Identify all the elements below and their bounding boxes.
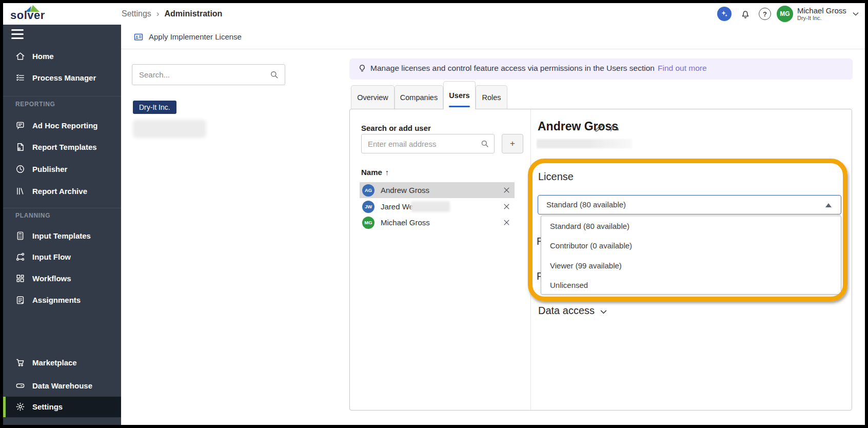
solver-logo[interactable]: solver	[10, 4, 56, 25]
remove-user-icon[interactable]	[503, 219, 510, 226]
sidebar: Home Process Manager REPORTING Ad Hoc Re…	[3, 25, 121, 425]
data-access-section-toggle[interactable]: Data access	[538, 305, 608, 317]
sidebar-item-settings[interactable]: Settings	[3, 396, 121, 418]
license-option-contributor[interactable]: Contributor (0 available)	[541, 236, 841, 256]
sidebar-item-label: Report Archive	[32, 187, 87, 196]
sidebar-divider	[3, 96, 121, 96]
id-card-icon	[133, 32, 144, 42]
sidebar-item-report-archive[interactable]: Report Archive	[3, 183, 121, 200]
sidebar-item-home[interactable]: Home	[3, 48, 121, 65]
sidebar-item-workflows[interactable]: Workflows	[3, 270, 121, 287]
tab-companies[interactable]: Companies	[394, 85, 443, 109]
sidebar-item-input-templates[interactable]: Input Templates	[3, 227, 121, 245]
tab-roles[interactable]: Roles	[476, 85, 507, 109]
sidebar-item-label: Home	[32, 52, 54, 61]
search-icon	[269, 70, 279, 80]
sidebar-item-input-flow[interactable]: Input Flow	[3, 248, 121, 266]
user-row-michael-gross[interactable]: MG Michael Gross	[360, 215, 515, 230]
email-input[interactable]	[362, 134, 494, 153]
license-option-standard[interactable]: Standard (80 available)	[541, 216, 841, 236]
collapse-caret-icon	[825, 203, 832, 207]
info-banner: Manage licenses and control feature acce…	[349, 59, 853, 80]
sidebar-item-label: Marketplace	[32, 358, 77, 367]
menu-toggle-button[interactable]	[11, 29, 25, 40]
document-gear-icon	[15, 142, 25, 152]
sidebar-item-label: Settings	[32, 402, 63, 411]
selected-user-heading: Andrew Gross	[538, 120, 618, 133]
company-search-input[interactable]	[132, 65, 285, 85]
search-add-user-label: Search or add user	[361, 124, 431, 132]
sidebar-item-report-templates[interactable]: Report Templates	[3, 139, 121, 156]
sidebar-item-label: Publisher	[32, 165, 67, 173]
name-column-header[interactable]: Name↑	[361, 168, 389, 177]
tab-label: Companies	[400, 93, 438, 102]
avatar: MG	[362, 217, 374, 229]
bell-icon	[740, 8, 751, 20]
redacted-text	[411, 201, 450, 212]
avatar: JW	[362, 201, 374, 213]
license-option-viewer[interactable]: Viewer (99 available)	[541, 256, 841, 276]
sidebar-section-reporting: REPORTING	[15, 101, 55, 108]
report-icon	[15, 121, 25, 130]
license-dropdown-menu: Standard (80 available) Contributor (0 a…	[541, 216, 841, 295]
user-name: Michael Gross	[797, 7, 846, 15]
ai-assistant-button[interactable]	[717, 7, 732, 21]
switch-user-icon[interactable]	[609, 123, 620, 133]
panel-divider	[530, 109, 531, 410]
avatar: MG	[777, 6, 793, 22]
sidebar-item-marketplace[interactable]: Marketplace	[3, 354, 121, 372]
company-search	[132, 64, 285, 85]
cart-icon	[15, 358, 25, 367]
sidebar-item-label: Workflows	[32, 274, 71, 283]
redacted-user-email	[537, 139, 632, 148]
top-bar: solver Settings › Administration	[3, 3, 865, 25]
breadcrumb-administration: Administration	[164, 9, 222, 18]
license-option-unlicensed[interactable]: Unlicensed	[541, 276, 841, 296]
remove-user-icon[interactable]	[503, 203, 510, 210]
notifications-button[interactable]	[739, 7, 752, 21]
chevron-down-icon	[599, 307, 608, 316]
sidebar-item-process-manager[interactable]: Process Manager	[3, 69, 121, 87]
users-tab-panel: Search or add user + Name↑ AG Andrew Gro…	[349, 109, 852, 411]
sidebar-item-data-warehouse[interactable]: Data Warehouse	[3, 377, 121, 395]
active-item-accent	[3, 397, 6, 417]
sidebar-item-assignments[interactable]: Assignments	[3, 291, 121, 309]
user-company: Dry-It Inc.	[797, 15, 846, 21]
user-row-jared-west[interactable]: JW Jared West	[360, 199, 515, 215]
calculator-icon	[15, 231, 25, 241]
gear-icon	[15, 402, 25, 412]
edit-pencil-icon[interactable]	[594, 123, 604, 133]
tab-label: Overview	[357, 93, 388, 102]
flow-nodes-icon	[15, 252, 25, 262]
sort-ascending-icon: ↑	[385, 168, 389, 177]
user-row-andrew-gross[interactable]: AG Andrew Gross	[360, 182, 515, 198]
add-user-search	[361, 134, 495, 153]
apply-implementer-license-button[interactable]: Apply Implementer License	[149, 32, 242, 41]
tab-users[interactable]: Users	[443, 81, 476, 109]
remove-user-icon[interactable]	[503, 186, 510, 194]
sidebar-item-publisher[interactable]: Publisher	[3, 161, 121, 178]
data-access-label: Data access	[538, 305, 595, 317]
lightbulb-icon	[357, 64, 367, 74]
question-icon: ?	[759, 8, 771, 20]
sidebar-section-planning: PLANNING	[15, 212, 50, 219]
banner-text: Manage licenses and control feature acce…	[370, 64, 655, 72]
books-icon	[15, 186, 25, 196]
breadcrumb-separator-icon: ›	[156, 9, 160, 19]
sparkle-icon	[720, 10, 728, 18]
license-select[interactable]: Standard (80 available)	[538, 195, 841, 215]
breadcrumb-settings[interactable]: Settings	[122, 9, 151, 18]
user-menu[interactable]: MG Michael Gross Dry-It Inc.	[777, 5, 860, 23]
help-button[interactable]: ?	[758, 7, 772, 21]
tab-overview[interactable]: Overview	[351, 85, 394, 109]
sidebar-item-label: Assignments	[32, 296, 81, 304]
find-out-more-link[interactable]: Find out more	[658, 64, 707, 72]
add-user-button[interactable]: +	[502, 134, 523, 153]
sidebar-item-ad-hoc-reporting[interactable]: Ad Hoc Reporting	[3, 117, 121, 134]
license-label: License	[538, 171, 574, 183]
admin-toolbar: Apply Implementer License	[121, 25, 865, 49]
redacted-company-name	[133, 120, 206, 138]
sidebar-item-label: Process Manager	[32, 73, 96, 82]
chevron-down-icon	[852, 10, 860, 18]
company-badge-dry-it[interactable]: Dry-It Inc.	[133, 101, 176, 114]
